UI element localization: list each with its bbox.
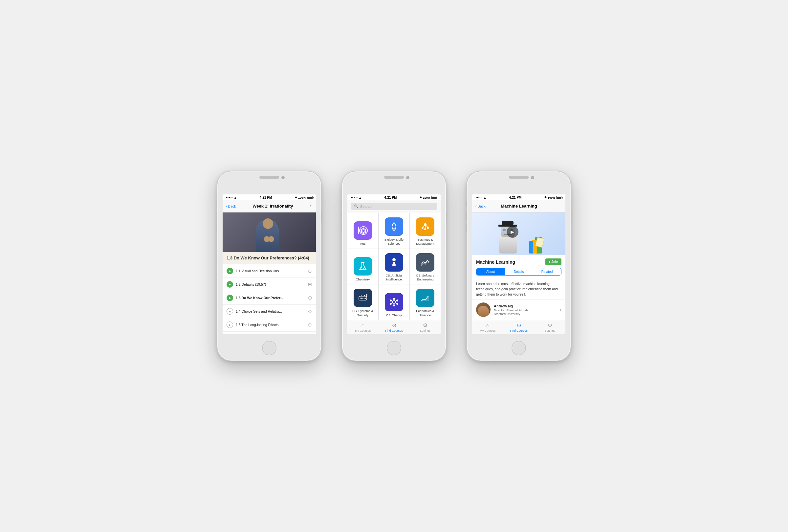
tab-settings-2[interactable]: ⚙ Settings [410,320,441,334]
download-12[interactable]: ⊟ [308,282,312,287]
back-button-3[interactable]: ‹ Back [475,203,486,209]
signal-dot-2: ●●●○○ [351,196,358,199]
tab-find-courses-3[interactable]: ⊙ Find Courses [503,320,534,334]
svg-point-18 [425,223,426,224]
svg-point-31 [365,298,366,299]
status-time-1: 4:21 PM [260,196,272,199]
join-button[interactable]: + Join [545,258,562,265]
list-item[interactable]: ▶ 1.2 Defaults (19:57) ⊟ [223,278,316,291]
list-item[interactable]: ▶ 1.5 The Long-lasting Effects... ⊙ [223,318,316,332]
svg-line-44 [392,301,393,301]
tab-details[interactable]: Details [505,268,533,275]
svg-point-38 [390,299,392,301]
home-icon-2: ⌂ [361,322,365,329]
status-signals-3: ●●●○○ ▲ [475,196,486,199]
nav-bar-1: ‹ Back Week 1: Irrationality ⊙ [223,200,316,213]
category-item-business[interactable]: Business & Management [410,213,441,249]
course-list-1[interactable]: ▶ 1.1 Visual and Decision Illus... ⊙ ▶ 1… [223,264,316,334]
status-time-3: 4:21 PM [509,196,522,199]
tab-related[interactable]: Related [533,268,561,275]
tab-my-courses-2[interactable]: ⌂ My Courses [347,320,378,334]
category-label-chemistry: Chemistry [356,277,370,281]
category-item-cs-ai[interactable]: CS: Artificial Intelligence [378,249,410,284]
search-icon: 🔍 [354,204,358,209]
phone-2: ●●●○○ ▲ 4:21 PM ✱ 100% 🔍 Search [341,171,447,361]
battery-pct-1: 100% [298,196,306,199]
category-label-biology: Biology & Life Sciences [380,238,408,246]
svg-point-27 [360,298,361,299]
category-item-biology[interactable]: Biology & Life Sciences [378,213,410,249]
nav-title-1: Week 1: Irrationality [237,203,308,209]
category-icon-arts [354,221,372,240]
download-action-1[interactable]: ⊙ [310,204,313,208]
course-tabs: About Details Related [476,268,562,276]
svg-point-4 [365,231,367,233]
category-label-business: Business & Management [411,238,439,246]
tab-find-courses-2[interactable]: ⊙ Find Courses [378,320,410,334]
tab-label-settings-3: Settings [544,329,555,332]
svg-point-35 [392,300,396,304]
download-15[interactable]: ⊙ [308,322,312,328]
category-item-cs-sw[interactable]: CS: Software Engineering [410,249,441,284]
list-item[interactable]: ▶ 1.3 Do We Know Our Prefer... ⊙ [223,291,316,305]
play-button-14[interactable]: ▶ [226,308,233,315]
svg-point-29 [362,298,363,299]
battery-body-2 [431,196,437,199]
play-button-11[interactable]: ▶ [226,268,233,274]
instructor-university: Stanford University [494,312,556,316]
status-bar-3: ●●●○○ ▲ 4:21 PM ✱ 100% [472,194,565,200]
chevron-back-1: ‹ [226,203,227,209]
item-title-14: 1.4 Choice Sets and Relativi... [236,309,306,313]
home-icon-3: ⌂ [486,322,490,329]
category-item-econ[interactable]: Economics & Finance [410,284,441,320]
svg-rect-25 [392,264,396,266]
download-14[interactable]: ⊙ [308,309,312,314]
status-bar-2: ●●●○○ ▲ 4:21 PM ✱ 100% [347,194,441,200]
download-13[interactable]: ⊙ [308,295,312,300]
search-bar[interactable]: 🔍 Search [351,203,437,210]
home-button-2[interactable] [387,341,401,355]
instructor-photo [476,302,491,317]
list-item[interactable]: ▶ 1.4 Choice Sets and Relativi... ⊙ [223,305,316,318]
bluetooth-3: ✱ [544,196,547,199]
category-label-cs-ai: CS: Artificial Intelligence [380,274,408,282]
category-item-chemistry[interactable]: Chemistry [347,249,378,284]
play-button-13[interactable]: ▶ [226,295,233,301]
tab-about[interactable]: About [476,268,505,275]
tab-my-courses-3[interactable]: ⌂ My Courses [472,320,503,334]
play-button-hero[interactable]: ▶ [507,226,518,238]
back-button-1[interactable]: ‹ Back [226,203,236,209]
search-icon-2: ⊙ [392,322,396,329]
video-thumbnail-1[interactable] [223,213,316,252]
category-icon-chemistry [354,257,372,276]
play-button-15[interactable]: ▶ [226,321,233,328]
course-hero[interactable]: ▶ [472,213,565,255]
chevron-back-3: ‹ [475,203,477,209]
home-button-3[interactable] [512,341,526,355]
back-label-1: Back [228,204,236,208]
wifi-icon-1: ▲ [234,196,237,199]
home-button-1[interactable] [262,341,276,355]
svg-point-5 [362,232,365,234]
gear-icon-3: ⚙ [548,322,552,329]
tab-settings-3[interactable]: ⚙ Settings [534,320,565,334]
search-bar-wrap: 🔍 Search [347,200,441,213]
screen-2: ●●●○○ ▲ 4:21 PM ✱ 100% 🔍 Search [347,194,441,334]
gear-icon-2: ⚙ [423,322,428,329]
battery-body-1 [307,196,313,199]
svg-point-22 [365,267,366,268]
svg-rect-33 [364,295,365,296]
category-item-cs-sys[interactable]: CS: Systems & Security [347,284,378,320]
play-button-12[interactable]: ▶ [226,281,233,288]
list-item[interactable]: ▶ 1.1 Visual and Decision Illus... ⊙ [223,264,316,278]
instructor-info: Andrew Ng Director, Stanford AI Lab Stan… [494,304,556,316]
category-item-cs-theory[interactable]: CS: Theory [378,284,410,320]
item-title-13: 1.3 Do We Know Our Prefer... [236,296,306,300]
tab-label-settings-2: Settings [420,329,430,332]
download-11[interactable]: ⊙ [308,268,312,274]
instructor-row[interactable]: Andrew Ng Director, Stanford AI Lab Stan… [472,299,565,319]
category-item-arts[interactable]: Arts [347,213,378,249]
svg-line-12 [422,224,425,227]
bluetooth-2: ✱ [420,196,422,199]
status-signals-1: ●●●○○ ▲ [226,196,237,199]
